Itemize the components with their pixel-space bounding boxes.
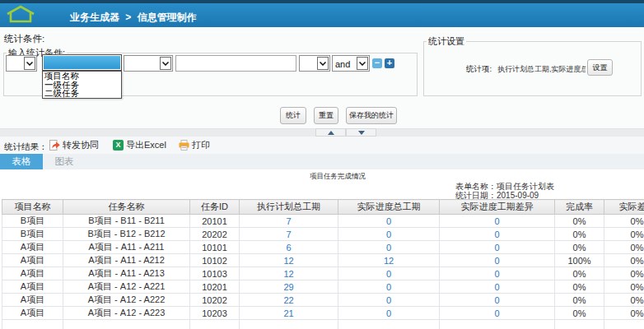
table-cell: A项目 bbox=[2, 294, 63, 307]
table-row: A项目A项目 - A12 - A2221020222000%0% bbox=[2, 294, 644, 307]
table-row: A项目A项目 - A12 - A2211020129000%0% bbox=[2, 280, 644, 294]
table-row: A项目A项目 - A11 - A2121010212120100%0% bbox=[2, 254, 644, 267]
results-label: 统计结果： bbox=[4, 141, 48, 153]
table-cell[interactable]: 0 bbox=[440, 307, 555, 320]
logic-operator-value: and bbox=[335, 59, 350, 69]
table-cell: A项目 - A11 - A213 bbox=[63, 267, 190, 280]
reset-button[interactable]: 重置 bbox=[314, 107, 338, 124]
table-cell[interactable]: 0 bbox=[440, 267, 555, 280]
dropdown-option[interactable]: 项目名称 bbox=[43, 72, 121, 81]
column-header: 实际进度总工期 bbox=[338, 200, 440, 215]
table-cell[interactable]: 29 bbox=[240, 280, 338, 294]
table-cell: 0% bbox=[555, 307, 604, 320]
chevron-down-icon bbox=[357, 57, 368, 70]
table-cell[interactable]: 0 bbox=[440, 294, 555, 307]
stat-item-label: 统计项: bbox=[466, 64, 492, 75]
table-cell[interactable]: 12 bbox=[338, 254, 440, 267]
condition-operator-select[interactable] bbox=[124, 55, 173, 72]
breadcrumb-page: 信息管理制作 bbox=[138, 12, 197, 23]
run-statistics-button[interactable]: 统计 bbox=[280, 107, 306, 124]
table-cell[interactable]: 0 bbox=[338, 294, 440, 307]
table-cell[interactable]: 0 bbox=[440, 254, 555, 267]
table-row: B项目B项目 - B12 - B212202027000%0% bbox=[2, 228, 644, 241]
add-condition-button[interactable]: + bbox=[385, 58, 394, 68]
print-label: 打印 bbox=[192, 139, 210, 151]
table-cell: 0% bbox=[555, 241, 604, 254]
export-excel-tool[interactable]: X 导出Excel bbox=[113, 139, 166, 151]
table-row: A项目A项目 - A11 - A2131010312000%0% bbox=[2, 267, 644, 280]
collapse-down-button[interactable] bbox=[346, 128, 376, 137]
dropdown-selected-highlight bbox=[44, 56, 120, 69]
table-cell[interactable]: 0 bbox=[338, 280, 440, 294]
settings-legend: 统计设置 bbox=[427, 36, 466, 46]
table-cell bbox=[440, 320, 555, 329]
table-cell[interactable]: 0 bbox=[440, 241, 555, 254]
table-cell: A项目 bbox=[2, 254, 63, 267]
condition-value-input[interactable] bbox=[175, 55, 296, 72]
table-cell[interactable]: 12 bbox=[240, 254, 338, 267]
table-cell: 0% bbox=[555, 280, 604, 294]
table-cell: 0% bbox=[604, 267, 644, 280]
table-cell[interactable]: 6 bbox=[240, 241, 338, 254]
tab-table[interactable]: 表格 bbox=[0, 154, 43, 169]
table-cell[interactable]: 0 bbox=[338, 228, 440, 241]
collapse-up-button[interactable] bbox=[315, 128, 346, 137]
export-excel-label: 导出Excel bbox=[126, 139, 166, 151]
table-cell bbox=[604, 320, 644, 329]
table-row: A项目A项目 - A12 - A2231020321000%0% bbox=[2, 307, 644, 320]
table-cell: 10201 bbox=[190, 280, 240, 294]
table-cell[interactable]: 0 bbox=[338, 215, 440, 228]
table-cell: 10202 bbox=[190, 294, 240, 307]
breadcrumb-section[interactable]: 业务生成器 bbox=[70, 12, 119, 23]
table-cell[interactable]: 0 bbox=[338, 267, 440, 280]
remove-condition-button[interactable]: − bbox=[372, 58, 382, 68]
print-tool[interactable]: 打印 bbox=[179, 139, 210, 151]
chevron-down-icon bbox=[160, 57, 171, 70]
column-header: 完成率 bbox=[555, 200, 604, 215]
table-cell[interactable]: 0 bbox=[440, 215, 555, 228]
dropdown-option[interactable]: 一级任务 bbox=[43, 81, 121, 90]
table-cell[interactable]: 0 bbox=[338, 241, 440, 254]
table-cell[interactable]: 0 bbox=[338, 307, 440, 320]
configure-button[interactable]: 设置 bbox=[587, 59, 613, 76]
table-cell[interactable]: 0 bbox=[440, 280, 555, 294]
condition-logic-select[interactable]: and bbox=[332, 55, 370, 72]
tab-chart[interactable]: 图表 bbox=[43, 154, 86, 169]
table-cell: 20202 bbox=[190, 228, 240, 241]
table-cell bbox=[240, 320, 338, 329]
column-header: 项目名称 bbox=[2, 200, 63, 215]
column-header: 执行计划总工期 bbox=[240, 200, 338, 215]
home-icon[interactable] bbox=[4, 4, 37, 24]
table-cell: 0% bbox=[555, 294, 604, 307]
table-cell bbox=[190, 320, 240, 329]
condition-field-dropdown[interactable] bbox=[42, 54, 122, 71]
dropdown-option[interactable]: 二级任务 bbox=[43, 89, 121, 98]
table-cell: 10103 bbox=[190, 267, 240, 280]
table-cell[interactable]: 7 bbox=[240, 215, 338, 228]
condition-field-select-1[interactable] bbox=[6, 55, 37, 72]
table-cell: 0% bbox=[604, 215, 644, 228]
breadcrumb-separator: > bbox=[125, 12, 131, 23]
table-cell: A项目 - A12 - A221 bbox=[63, 280, 190, 294]
table-cell: 0% bbox=[604, 280, 644, 294]
save-statistics-button[interactable]: 保存我的统计 bbox=[346, 107, 397, 124]
table-cell: B项目 - B12 - B212 bbox=[63, 228, 190, 241]
table-cell[interactable]: 21 bbox=[240, 307, 338, 320]
excel-icon: X bbox=[113, 140, 124, 151]
table-cell[interactable]: 7 bbox=[240, 228, 338, 241]
table-header-row: 项目名称任务名称任务ID执行计划总工期实际进度总工期实际进度工期差异完成率实际差… bbox=[2, 200, 644, 215]
table-cell[interactable]: 0 bbox=[440, 228, 555, 241]
table-cell: A项目 - A11 - A212 bbox=[63, 254, 190, 267]
column-header: 任务名称 bbox=[63, 200, 190, 215]
condition-field-dropdown-list: 项目名称一级任务二级任务 bbox=[42, 71, 122, 99]
table-cell: 0% bbox=[604, 307, 644, 320]
table-cell[interactable]: 22 bbox=[240, 294, 338, 307]
forward-label: 转发协同 bbox=[63, 139, 99, 151]
table-cell[interactable]: 12 bbox=[240, 267, 338, 280]
forward-tool[interactable]: 转发协同 bbox=[49, 139, 99, 151]
table-cell: B项目 - B11 - B211 bbox=[63, 215, 190, 228]
chevron-down-icon bbox=[317, 57, 329, 70]
triangle-down-icon bbox=[358, 131, 365, 135]
table-cell bbox=[338, 320, 440, 329]
condition-extra-select[interactable] bbox=[299, 55, 330, 72]
